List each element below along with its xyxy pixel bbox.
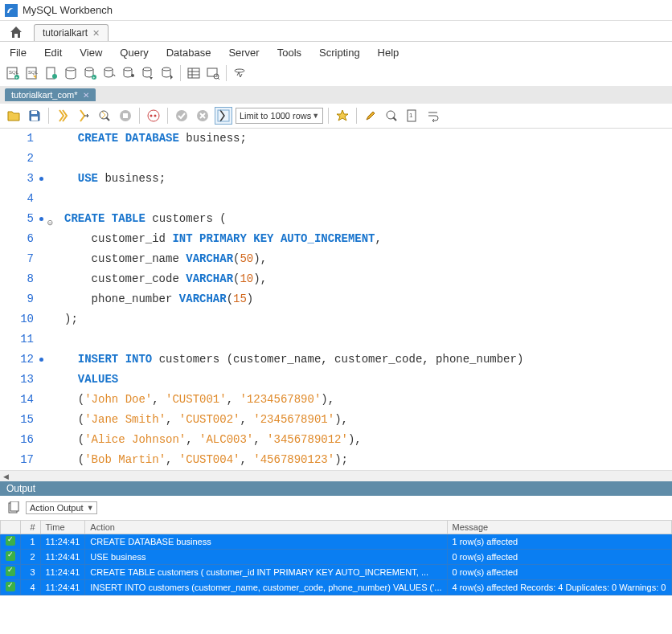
- status-cell: [1, 550, 21, 565]
- code-line[interactable]: [64, 329, 523, 350]
- output-row[interactable]: 3 11:24:41 CREATE TABLE customers ( cust…: [1, 565, 672, 580]
- document-tab[interactable]: tutorialkart_com* ✕: [5, 88, 96, 101]
- row-time: 11:24:41: [40, 565, 85, 580]
- code-line[interactable]: [64, 149, 523, 169]
- wrap-icon[interactable]: [424, 107, 442, 125]
- autocommit-toggle-icon[interactable]: [215, 107, 232, 125]
- menu-server[interactable]: Server: [225, 45, 262, 60]
- svg-text:+: +: [15, 75, 18, 80]
- limit-rows-select[interactable]: Limit to 1000 rows ▼: [236, 108, 323, 124]
- home-button[interactable]: [5, 23, 27, 41]
- separator: [328, 108, 329, 124]
- output-row[interactable]: 4 11:24:41 INSERT INTO customers (custom…: [1, 580, 672, 595]
- output-type-select[interactable]: Action Output ▼: [26, 501, 97, 514]
- search-table-icon[interactable]: [205, 65, 221, 81]
- beautify-icon[interactable]: [334, 107, 351, 125]
- code-line[interactable]: customer_code VARCHAR(10),: [64, 269, 523, 289]
- line-number: 15: [6, 410, 34, 430]
- new-sql-tab-icon[interactable]: SQL+: [5, 65, 21, 81]
- code-line[interactable]: USE business;: [64, 169, 523, 189]
- execute-current-icon[interactable]: [75, 107, 92, 125]
- connection-tab[interactable]: tutorialkart ✕: [34, 24, 109, 41]
- code-line[interactable]: [64, 189, 523, 209]
- line-number: 12: [6, 350, 34, 370]
- find-icon[interactable]: [383, 107, 400, 125]
- separator: [180, 65, 181, 81]
- code-line[interactable]: ('John Doe', 'CUST001', '1234567890'),: [64, 390, 523, 410]
- menu-help[interactable]: Help: [375, 45, 403, 60]
- table-icon[interactable]: [186, 65, 202, 81]
- svg-point-25: [235, 69, 244, 72]
- code-line[interactable]: ('Bob Martin', 'CUST004', '4567890123');: [64, 450, 523, 470]
- db-sync-icon[interactable]: [101, 65, 117, 81]
- menu-database[interactable]: Database: [163, 45, 215, 60]
- code-line[interactable]: customer_name VARCHAR(50),: [64, 249, 523, 269]
- svg-rect-0: [5, 4, 18, 17]
- open-sql-icon[interactable]: SQL: [24, 65, 40, 81]
- open-file-icon[interactable]: [5, 107, 23, 125]
- svg-rect-44: [10, 501, 18, 511]
- svg-point-14: [124, 67, 132, 71]
- horizontal-scrollbar[interactable]: ◀: [0, 470, 672, 481]
- menu-scripting[interactable]: Scripting: [316, 45, 363, 60]
- db-add-icon[interactable]: +: [82, 65, 98, 81]
- code-line[interactable]: ('Jane Smith', 'CUST002', '2345678901'),: [64, 410, 523, 430]
- row-message: 0 row(s) affected: [447, 550, 671, 565]
- svg-point-9: [66, 67, 76, 71]
- menu-tools[interactable]: Tools: [274, 45, 305, 60]
- db-user-icon[interactable]: [121, 65, 137, 81]
- output-type-label: Action Output: [30, 503, 84, 513]
- chevron-down-icon: ▼: [87, 504, 94, 512]
- commit-icon[interactable]: [173, 107, 191, 125]
- app-tabbar: tutorialkart ✕: [0, 21, 672, 42]
- db-rev-icon[interactable]: [140, 65, 156, 81]
- code-line[interactable]: VALUES: [64, 370, 523, 390]
- menu-edit[interactable]: Edit: [41, 45, 65, 60]
- output-type-icon[interactable]: [5, 499, 23, 517]
- row-message: 1 row(s) affected: [447, 534, 671, 550]
- output-row[interactable]: 1 11:24:41 CREATE DATABASE business 1 ro…: [1, 534, 672, 550]
- home-icon: [9, 25, 23, 39]
- explain-icon[interactable]: [96, 107, 113, 125]
- code-line[interactable]: INSERT INTO customers (customer_name, cu…: [64, 350, 523, 370]
- code-area[interactable]: CREATE DATABASE business; USE business;C…: [40, 129, 523, 470]
- db-icon[interactable]: [63, 65, 79, 81]
- execute-icon[interactable]: [54, 107, 72, 125]
- menu-view[interactable]: View: [76, 45, 105, 60]
- svg-line-40: [393, 117, 396, 121]
- code-line[interactable]: );: [64, 309, 523, 329]
- code-line[interactable]: customer_id INT PRIMARY KEY AUTO_INCREME…: [64, 229, 523, 249]
- output-col-action[interactable]: Action: [85, 521, 447, 534]
- sql-editor[interactable]: 12345⊖67891011121314151617 CREATE DATABA…: [0, 129, 672, 470]
- menu-query[interactable]: Query: [117, 45, 151, 60]
- close-icon[interactable]: ✕: [92, 28, 100, 39]
- row-time: 11:24:41: [40, 534, 85, 550]
- code-line[interactable]: CREATE DATABASE business;: [64, 129, 523, 149]
- output-panel-header: Output: [0, 481, 672, 496]
- output-row[interactable]: 2 11:24:41 USE business 0 row(s) affecte…: [1, 550, 672, 565]
- code-line[interactable]: ('Alice Johnson', 'ALC003', '3456789012'…: [64, 430, 523, 450]
- dashboard-icon[interactable]: [232, 65, 248, 81]
- snippets-icon[interactable]: 1: [404, 107, 421, 125]
- db-fwd-icon[interactable]: [159, 65, 175, 81]
- menu-file[interactable]: File: [6, 45, 30, 60]
- output-col-num[interactable]: #: [21, 521, 41, 534]
- output-col-message[interactable]: Message: [447, 521, 671, 534]
- toggle-whitespace-icon[interactable]: [145, 107, 162, 125]
- inspector-icon[interactable]: [43, 65, 59, 81]
- svg-rect-26: [31, 111, 37, 114]
- code-line[interactable]: CREATE TABLE customers (: [64, 209, 523, 229]
- stop-icon[interactable]: [117, 107, 134, 125]
- close-icon[interactable]: ✕: [83, 91, 89, 100]
- output-col-status[interactable]: [1, 521, 21, 534]
- rollback-icon[interactable]: [194, 107, 211, 125]
- output-col-time[interactable]: Time: [40, 521, 85, 534]
- save-icon[interactable]: [26, 107, 43, 125]
- line-number: 16: [6, 430, 34, 450]
- row-num: 3: [21, 565, 41, 580]
- connection-tab-label: tutorialkart: [43, 27, 88, 39]
- fold-toggle-icon[interactable]: ⊖: [44, 214, 53, 223]
- code-line[interactable]: phone_number VARCHAR(15): [64, 289, 523, 309]
- scroll-left-arrow-icon[interactable]: ◀: [0, 471, 11, 482]
- brush-icon[interactable]: [362, 107, 379, 125]
